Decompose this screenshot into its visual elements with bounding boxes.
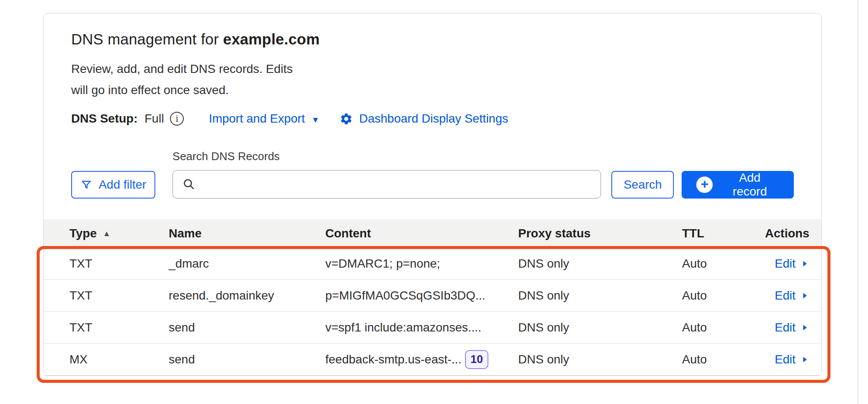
column-header-type[interactable]: Type ▲ (69, 227, 169, 240)
cell-proxy-status: DNS only (518, 353, 682, 366)
add-filter-button[interactable]: Add filter (71, 171, 155, 199)
page-title-domain: example.com (223, 31, 320, 47)
import-export-link[interactable]: Import and Export ▼ (209, 112, 319, 126)
add-record-button[interactable]: + Add record (682, 171, 794, 199)
column-header-actions: Actions (755, 227, 809, 240)
gear-icon (340, 112, 353, 126)
search-input[interactable] (202, 177, 591, 192)
cell-content-text: feedback-smtp.us-east-... (325, 353, 462, 366)
dashboard-display-settings-label: Dashboard Display Settings (359, 112, 509, 126)
column-header-content[interactable]: Content (325, 227, 518, 240)
dns-records-table: Type ▲ Name Content Proxy status TTL Act… (44, 219, 821, 376)
search-box (173, 170, 601, 199)
window-right-edge (858, 0, 859, 404)
cell-type: MX (69, 353, 169, 366)
cell-name: resend._domainkey (169, 289, 325, 303)
table-header-row: Type ▲ Name Content Proxy status TTL Act… (44, 219, 821, 248)
cell-actions: Edit (755, 353, 809, 366)
table-row: TXT resend._domainkey p=MIGfMA0GCSqGSIb3… (44, 280, 821, 312)
table-row: TXT send v=spf1 include:amazonses.... DN… (44, 312, 821, 344)
cell-type: TXT (69, 321, 169, 335)
cell-content: p=MIGfMA0GCSqGSIb3DQ... (325, 289, 518, 303)
cell-name: _dmarc (169, 257, 325, 271)
info-icon[interactable]: i (170, 112, 184, 126)
dns-setup-row: DNS Setup: Full i Import and Export ▼ Da… (44, 112, 821, 126)
search-group: Search DNS Records (173, 150, 601, 199)
table-row: MX send feedback-smtp.us-east-... 10 DNS… (44, 344, 821, 376)
plus-icon: + (696, 177, 713, 193)
edit-record-button[interactable]: Edit (775, 353, 809, 366)
column-header-name[interactable]: Name (169, 227, 325, 240)
column-header-ttl[interactable]: TTL (682, 227, 755, 240)
column-header-proxy-status[interactable]: Proxy status (518, 227, 682, 240)
chevron-down-icon: ▼ (311, 116, 320, 124)
cell-content: feedback-smtp.us-east-... 10 (325, 350, 518, 369)
cell-ttl: Auto (682, 257, 755, 271)
import-export-label: Import and Export (209, 112, 305, 126)
caret-right-icon (801, 354, 809, 365)
caret-right-icon (801, 259, 809, 269)
add-record-label: Add record (720, 171, 779, 199)
cell-content: v=spf1 include:amazonses.... (325, 321, 518, 335)
cell-proxy-status: DNS only (518, 289, 682, 303)
dns-setup-value: Full (145, 112, 164, 126)
table-row: TXT _dmarc v=DMARC1; p=none; DNS only Au… (44, 248, 821, 280)
mx-priority-badge: 10 (465, 350, 488, 369)
cell-actions: Edit (755, 321, 809, 335)
cell-name: send (169, 321, 325, 335)
edit-record-button[interactable]: Edit (775, 289, 809, 303)
cell-type: TXT (69, 289, 169, 303)
page-title: DNS management for example.com (44, 31, 821, 48)
search-icon (182, 178, 195, 191)
filter-icon (80, 179, 92, 191)
cell-name: send (169, 353, 325, 366)
add-filter-label: Add filter (99, 178, 147, 192)
table-body: TXT _dmarc v=DMARC1; p=none; DNS only Au… (44, 248, 821, 376)
toolbar: Add filter Search DNS Records Search + A… (44, 150, 821, 199)
cell-proxy-status: DNS only (518, 321, 682, 335)
cell-ttl: Auto (682, 353, 755, 366)
cell-actions: Edit (755, 257, 809, 271)
search-button[interactable]: Search (611, 171, 674, 199)
dns-setup-label: DNS Setup: (71, 112, 138, 126)
edit-record-button[interactable]: Edit (775, 257, 809, 271)
dashboard-display-settings-link[interactable]: Dashboard Display Settings (340, 112, 509, 126)
cell-actions: Edit (755, 289, 809, 303)
caret-right-icon (801, 322, 809, 333)
page-title-prefix: DNS management for (71, 31, 223, 47)
search-button-label: Search (623, 178, 662, 192)
cell-type: TXT (69, 257, 169, 271)
sort-ascending-icon: ▲ (103, 229, 110, 238)
edit-record-button[interactable]: Edit (775, 321, 809, 335)
page-subtitle: Review, add, and edit DNS records. Edits… (44, 58, 324, 101)
caret-right-icon (801, 290, 809, 301)
dns-management-card: DNS management for example.com Review, a… (43, 13, 822, 376)
search-label: Search DNS Records (173, 150, 601, 163)
cell-content: v=DMARC1; p=none; (325, 257, 518, 271)
cell-proxy-status: DNS only (518, 257, 682, 271)
cell-ttl: Auto (682, 321, 755, 335)
cell-ttl: Auto (682, 289, 755, 303)
